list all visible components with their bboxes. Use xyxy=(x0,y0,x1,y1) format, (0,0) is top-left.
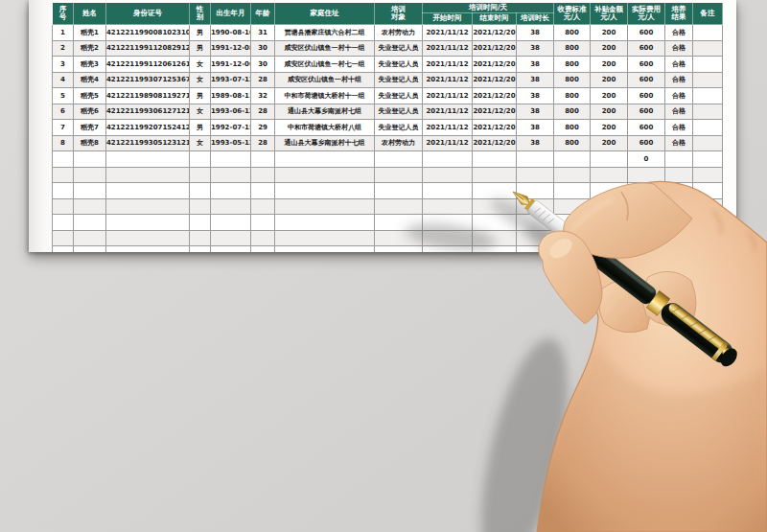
cell-id[interactable]: 421221199305123121 xyxy=(106,135,190,151)
cell-address[interactable]: 咸安区伏山镇鱼一村十一组 xyxy=(275,40,375,57)
cell-birth[interactable]: 1991-12-08 xyxy=(211,40,251,57)
cell-target[interactable] xyxy=(375,215,423,231)
cell-fee[interactable] xyxy=(554,215,591,231)
col-header-birth[interactable]: 出生年月 xyxy=(211,3,251,25)
cell-result[interactable] xyxy=(665,230,693,246)
cell-end[interactable]: 2021/12/20 xyxy=(473,25,517,41)
cell-age[interactable] xyxy=(251,151,275,168)
cell-end[interactable]: 2021/12/20 xyxy=(473,88,517,104)
cell-target[interactable] xyxy=(375,183,423,199)
cell-start[interactable] xyxy=(423,183,473,199)
cell-gender[interactable] xyxy=(190,167,211,183)
cell-subsidy[interactable]: 200 xyxy=(591,104,628,120)
cell-days[interactable] xyxy=(517,230,554,246)
cell-no[interactable]: 4 xyxy=(53,72,74,88)
cell-end[interactable]: 2021/12/20 xyxy=(473,57,517,73)
cell-birth[interactable]: 1989-08-11 xyxy=(211,88,251,104)
cell-result[interactable]: 合格 xyxy=(665,104,693,120)
cell-target[interactable]: 失业登记人员 xyxy=(375,57,423,73)
cell-days[interactable] xyxy=(517,215,554,231)
cell-result[interactable]: 合格 xyxy=(665,120,693,136)
cell-fee[interactable]: 800 xyxy=(554,40,591,57)
cell-id[interactable] xyxy=(106,151,190,168)
col-header-id[interactable]: 身份证号 xyxy=(106,3,190,25)
cell-end[interactable] xyxy=(473,183,517,199)
cell-gender[interactable] xyxy=(190,246,211,253)
cell-fee[interactable] xyxy=(554,198,591,215)
cell-no[interactable]: 5 xyxy=(53,88,74,104)
cell-actual[interactable]: 600 xyxy=(628,135,665,151)
cell-no[interactable]: 8 xyxy=(53,135,74,151)
col-header-end[interactable]: 结束时间 xyxy=(473,13,517,25)
cell-no[interactable] xyxy=(53,198,74,215)
cell-target[interactable] xyxy=(375,151,423,168)
cell-days[interactable]: 38 xyxy=(517,104,554,120)
cell-fee[interactable] xyxy=(554,151,591,168)
cell-no[interactable] xyxy=(53,215,74,231)
cell-no[interactable]: 1 xyxy=(53,25,74,41)
cell-no[interactable]: 3 xyxy=(53,57,74,73)
cell-result[interactable] xyxy=(665,215,693,231)
cell-fee[interactable] xyxy=(554,230,591,246)
cell-end[interactable] xyxy=(473,151,517,168)
cell-target[interactable] xyxy=(375,230,423,246)
cell-birth[interactable] xyxy=(211,167,251,183)
cell-address[interactable] xyxy=(275,167,375,183)
col-header-no[interactable]: 序 号 xyxy=(53,3,74,25)
cell-remark[interactable] xyxy=(693,72,723,88)
cell-start[interactable] xyxy=(423,167,473,183)
cell-birth[interactable] xyxy=(211,230,251,246)
cell-birth[interactable]: 1991-12-06 xyxy=(211,57,251,73)
cell-address[interactable] xyxy=(275,183,375,199)
cell-address[interactable]: 通山县大幕乡南派村十七组 xyxy=(275,135,375,151)
col-header-actual[interactable]: 实际费用 元/人 xyxy=(628,3,665,25)
cell-end[interactable]: 2021/12/20 xyxy=(473,40,517,57)
cell-no[interactable]: 7 xyxy=(53,120,74,136)
col-header-remark[interactable]: 备注 xyxy=(693,3,723,25)
cell-result[interactable] xyxy=(665,151,693,168)
cell-remark[interactable] xyxy=(693,215,723,231)
cell-target[interactable] xyxy=(375,167,423,183)
cell-end[interactable]: 2021/12/20 xyxy=(473,120,517,136)
cell-end[interactable]: 2021/12/20 xyxy=(473,72,517,88)
cell-end[interactable] xyxy=(473,215,517,231)
cell-fee[interactable]: 800 xyxy=(554,120,591,136)
cell-no[interactable] xyxy=(53,246,74,253)
cell-target[interactable]: 农村劳动力 xyxy=(375,135,423,151)
cell-start[interactable] xyxy=(423,198,473,215)
cell-subsidy[interactable]: 200 xyxy=(591,120,628,136)
cell-address[interactable]: 中和市荷塘镇大桥村十一组 xyxy=(275,88,375,104)
cell-name[interactable] xyxy=(74,198,106,215)
cell-id[interactable]: 421221198908119271 xyxy=(106,88,190,104)
cell-end[interactable] xyxy=(473,230,517,246)
cell-gender[interactable]: 男 xyxy=(190,40,211,57)
col-header-start[interactable]: 开始时间 xyxy=(423,13,473,25)
cell-result[interactable]: 合格 xyxy=(665,57,693,73)
cell-result[interactable] xyxy=(665,167,693,183)
cell-birth[interactable]: 1993-07-12 xyxy=(211,72,251,88)
cell-target[interactable]: 失业登记人员 xyxy=(375,72,423,88)
cell-target[interactable]: 失业登记人员 xyxy=(375,120,423,136)
cell-no[interactable] xyxy=(53,230,74,246)
cell-address[interactable]: 咸安区伏山镇鱼一村七一组 xyxy=(275,57,375,73)
cell-start[interactable]: 2021/11/12 xyxy=(423,25,473,41)
cell-actual[interactable]: 600 xyxy=(628,25,665,41)
cell-days[interactable]: 38 xyxy=(517,40,554,57)
cell-remark[interactable] xyxy=(693,135,723,151)
cell-result[interactable] xyxy=(665,198,693,215)
cell-days[interactable] xyxy=(517,183,554,199)
cell-name[interactable] xyxy=(74,230,106,246)
cell-address[interactable]: 通山县大幕乡南派村七组 xyxy=(275,104,375,120)
cell-result[interactable] xyxy=(665,183,693,199)
col-header-fee[interactable]: 收费标准 元/人 xyxy=(554,3,591,25)
cell-remark[interactable] xyxy=(693,246,723,253)
cell-subsidy[interactable] xyxy=(591,246,628,253)
cell-age[interactable]: 30 xyxy=(251,57,275,73)
cell-age[interactable]: 31 xyxy=(251,25,275,41)
cell-days[interactable]: 38 xyxy=(517,135,554,151)
cell-id[interactable] xyxy=(106,167,190,183)
cell-actual[interactable]: 0 xyxy=(628,151,665,168)
cell-subsidy[interactable]: 200 xyxy=(591,88,628,104)
cell-age[interactable]: 28 xyxy=(251,135,275,151)
cell-target[interactable] xyxy=(375,246,423,253)
